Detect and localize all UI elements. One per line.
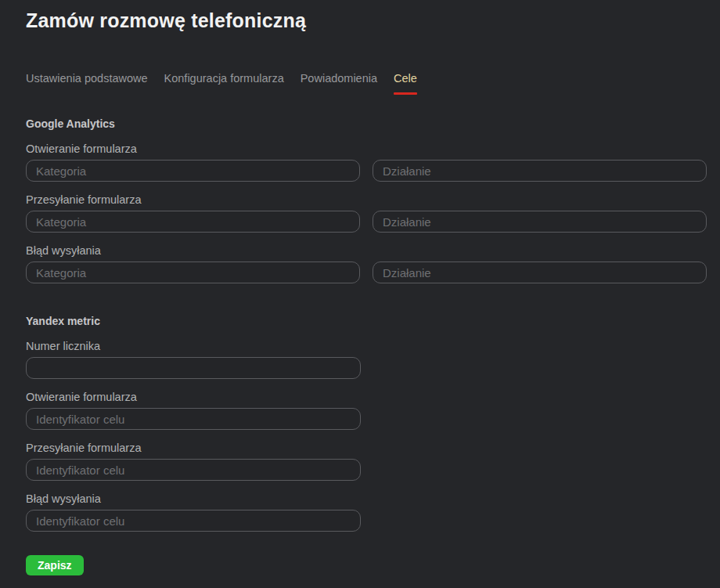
ym-form-submit-goal-input[interactable]	[26, 459, 361, 481]
form-actions: Zapisz	[26, 555, 707, 575]
active-tab-underline	[394, 92, 417, 95]
ga-send-error-label: Błąd wysyłania	[26, 244, 707, 257]
ym-row-form-submit: Przesyłanie formularza	[26, 442, 707, 481]
settings-tabs: Ustawienia podstawowe Konfiguracja formu…	[26, 72, 707, 95]
ga-form-open-action-input[interactable]	[373, 160, 707, 182]
ga-send-error-category-input[interactable]	[26, 262, 360, 283]
ga-form-submit-label: Przesyłanie formularza	[26, 193, 707, 206]
google-analytics-heading: Google Analytics	[26, 117, 707, 131]
ym-counter-label: Numer licznika	[26, 340, 707, 352]
ym-form-open-goal-input[interactable]	[26, 408, 361, 430]
yandex-metric-heading: Yandex metric	[26, 315, 707, 328]
tab-cele-label: Cele	[394, 72, 417, 85]
tab-cele[interactable]: Cele	[394, 72, 417, 95]
tab-konfiguracja-formularza[interactable]: Konfiguracja formularza	[164, 72, 284, 95]
ym-send-error-goal-input[interactable]	[26, 510, 361, 532]
page-title: Zamów rozmowę telefoniczną	[26, 9, 707, 31]
ga-form-submit-category-input[interactable]	[26, 211, 360, 233]
ga-form-submit-action-input[interactable]	[373, 211, 707, 233]
ga-form-open-category-input[interactable]	[26, 160, 360, 182]
ga-row-send-error: Błąd wysyłania	[26, 244, 707, 283]
ym-form-submit-label: Przesyłanie formularza	[26, 442, 707, 454]
ga-form-open-label: Otwieranie formularza	[26, 142, 707, 155]
ym-row-form-open: Otwieranie formularza	[26, 391, 707, 430]
ym-send-error-label: Błąd wysyłania	[26, 492, 707, 505]
google-analytics-section: Google Analytics Otwieranie formularza P…	[26, 117, 707, 283]
ga-row-form-open: Otwieranie formularza	[26, 142, 707, 182]
ym-counter-input[interactable]	[26, 357, 361, 379]
yandex-metric-section: Yandex metric Numer licznika Otwieranie …	[26, 315, 707, 532]
tab-powiadomienia[interactable]: Powiadomienia	[301, 72, 377, 95]
ym-row-counter: Numer licznika	[26, 340, 707, 379]
ga-row-form-submit: Przesyłanie formularza	[26, 193, 707, 233]
ym-form-open-label: Otwieranie formularza	[26, 391, 707, 403]
ym-row-send-error: Błąd wysyłania	[26, 492, 707, 532]
save-button[interactable]: Zapisz	[26, 555, 84, 575]
tab-ustawienia-podstawowe[interactable]: Ustawienia podstawowe	[26, 72, 148, 95]
order-call-settings-page: Zamów rozmowę telefoniczną Ustawienia po…	[0, 0, 720, 588]
ga-send-error-action-input[interactable]	[373, 262, 707, 283]
